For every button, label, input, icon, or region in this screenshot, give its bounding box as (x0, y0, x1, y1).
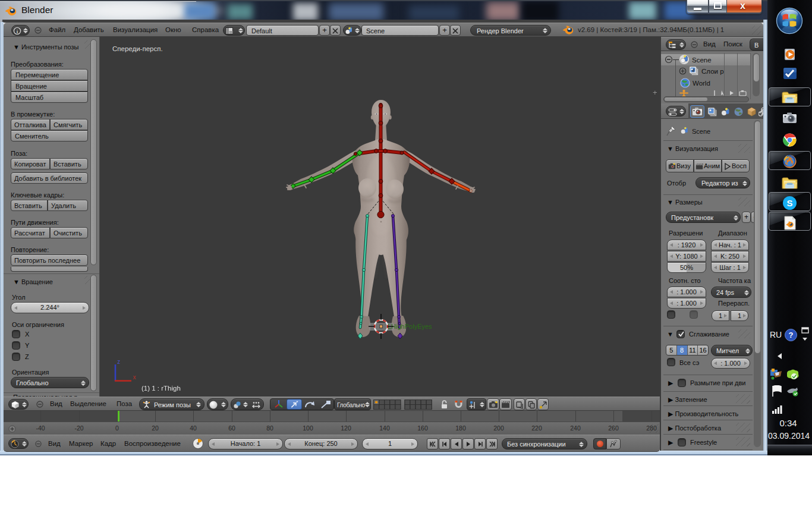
svg-text:x: x (133, 374, 136, 381)
svg-text:S: S (786, 198, 792, 208)
svg-text:z: z (117, 359, 120, 365)
svg-text:i: i (17, 28, 18, 34)
svg-text:(1) 1 : rThigh: (1) 1 : rThigh (141, 385, 181, 392)
svg-text:?: ? (789, 331, 794, 339)
svg-text:Спереди-персп.: Спереди-персп. (112, 45, 163, 52)
svg-text:LHighPolyEyes: LHighPolyEyes (388, 323, 432, 330)
svg-text:+: + (653, 88, 657, 97)
